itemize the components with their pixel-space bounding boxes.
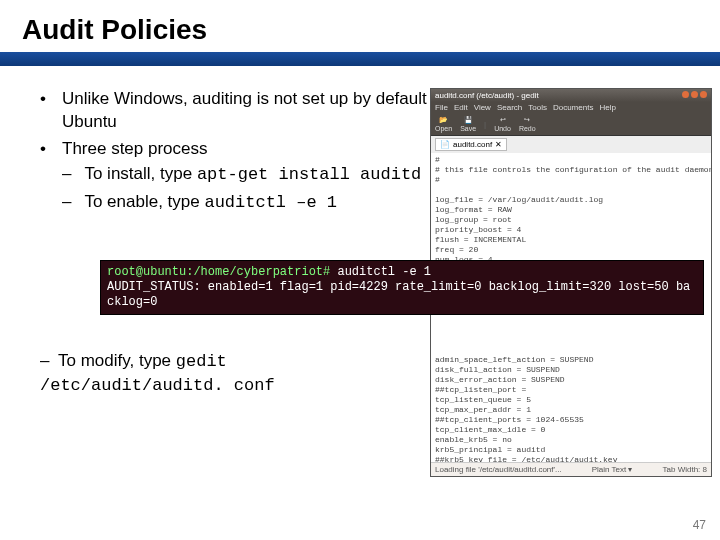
status-left: Loading file '/etc/audit/auditd.conf'... (435, 465, 562, 474)
slide-title: Audit Policies (22, 14, 720, 46)
toolbar-undo[interactable]: ↩Undo (494, 116, 511, 132)
gedit-title-text: auditd.conf (/etc/audit) - gedit (435, 91, 539, 100)
sub-1-text: To install, type (84, 164, 196, 183)
tab-close-icon[interactable]: ✕ (495, 140, 502, 149)
menu-tools[interactable]: Tools (528, 103, 547, 112)
bullet-1: Unlike Windows, auditing is not set up b… (62, 89, 445, 131)
gedit-statusbar: Loading file '/etc/audit/auditd.conf'...… (431, 462, 711, 476)
terminal-window: root@ubuntu:/home/cyberpatriot# auditctl… (100, 260, 704, 315)
gedit-toolbar: 📂Open 💾Save | ↩Undo ↪Redo (431, 113, 711, 136)
status-mid[interactable]: Plain Text ▾ (592, 465, 633, 474)
gedit-menubar[interactable]: File Edit View Search Tools Documents He… (431, 102, 711, 113)
gedit-tab-row: 📄 auditd.conf ✕ (431, 136, 711, 153)
menu-help[interactable]: Help (599, 103, 615, 112)
gedit-tab[interactable]: 📄 auditd.conf ✕ (435, 138, 507, 151)
sub-2-text: To enable, type (84, 192, 204, 211)
menu-view[interactable]: View (474, 103, 491, 112)
window-max-icon[interactable] (691, 91, 698, 98)
window-close-icon[interactable] (700, 91, 707, 98)
menu-search[interactable]: Search (497, 103, 522, 112)
title-divider (0, 52, 720, 66)
status-right[interactable]: Tab Width: 8 (663, 465, 707, 474)
terminal-command: auditctl -e 1 (330, 265, 431, 279)
sub-2-code: auditctl –e 1 (204, 193, 337, 212)
gedit-titlebar: auditd.conf (/etc/audit) - gedit (431, 89, 711, 102)
page-number: 47 (693, 518, 706, 532)
toolbar-redo[interactable]: ↪Redo (519, 116, 536, 132)
toolbar-open[interactable]: 📂Open (435, 116, 452, 132)
body-text: Unlike Windows, auditing is not set up b… (0, 88, 445, 215)
sub-3-text: To modify, type (58, 351, 176, 370)
window-minimize-icon[interactable] (682, 91, 689, 98)
menu-documents[interactable]: Documents (553, 103, 593, 112)
terminal-prompt: root@ubuntu:/home/cyberpatriot# (107, 265, 330, 279)
modify-bullet: –To modify, type gedit /etc/audit/auditd… (40, 350, 420, 398)
bullet-2: Three step process (62, 139, 208, 158)
sub-1-code: apt-get install auditd (197, 165, 421, 184)
menu-file[interactable]: File (435, 103, 448, 112)
toolbar-save[interactable]: 💾Save (460, 116, 476, 132)
terminal-output: AUDIT_STATUS: enabled=1 flag=1 pid=4229 … (107, 280, 690, 309)
menu-edit[interactable]: Edit (454, 103, 468, 112)
